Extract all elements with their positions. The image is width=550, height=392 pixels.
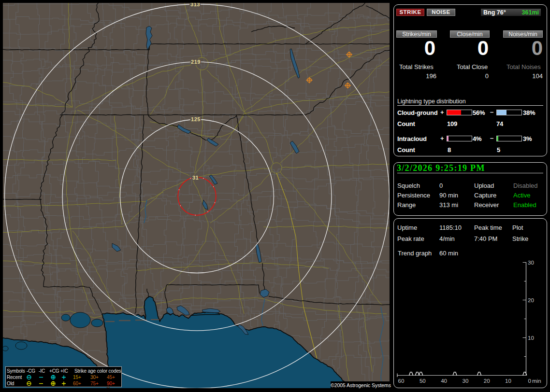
svg-text:30: 30	[463, 378, 469, 384]
svg-text:10: 10	[505, 378, 511, 384]
svg-text:60: 60	[398, 378, 405, 384]
svg-text:0: 0	[528, 378, 531, 384]
svg-text:30: 30	[528, 260, 534, 266]
svg-text:50: 50	[420, 378, 426, 384]
svg-text:min: min	[532, 378, 541, 384]
svg-text:10: 10	[528, 335, 534, 341]
svg-text:20: 20	[528, 297, 534, 303]
svg-text:20: 20	[484, 378, 490, 384]
svg-text:40: 40	[441, 378, 447, 384]
